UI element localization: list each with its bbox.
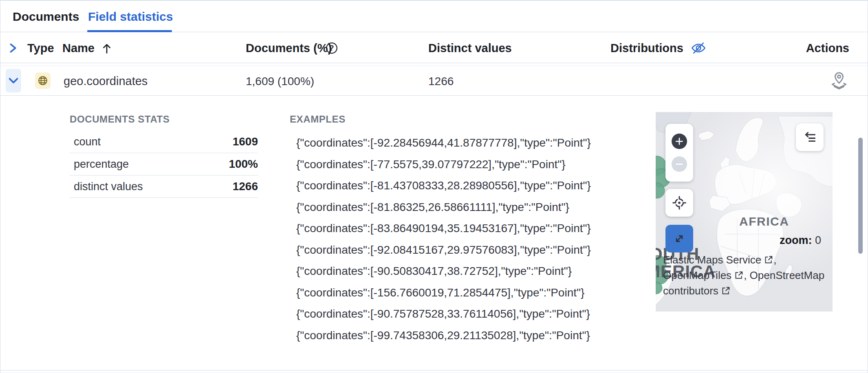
map-label-africa: AFRICA [739,215,789,228]
external-link-icon[interactable] [764,253,773,263]
vertical-scrollbar-thumb[interactable] [858,138,863,254]
example-value: {"coordinates":[-92.28456944,41.87877778… [296,132,591,154]
field-detail-panel: DOCUMENTS STATS count 1609 percentage 10… [0,96,868,371]
example-value: {"coordinates":[-90.75787528,33.76114056… [296,303,591,325]
examples-title: EXAMPLES [290,114,346,125]
field-documents-percent: 1,609 (100%) [246,75,314,88]
example-value: {"coordinates":[-81.43708333,28.28980556… [296,175,591,197]
example-value: {"coordinates":[-92.08415167,29.97576083… [296,239,591,261]
map-zoom-indicator: zoom: 0 [780,234,821,247]
stat-value: 1266 [233,180,258,193]
example-value: {"coordinates":[-156.7660019,71.2854475]… [296,282,591,304]
question-circle-icon[interactable]: ? [326,42,338,54]
tab-bar: Documents Field statistics [0,2,868,32]
stat-row-distinct-values: distinct values 1266 [70,176,258,198]
sort-ascending-arrow-icon [100,42,113,57]
example-value: {"coordinates":[-77.5575,39.07797222],"t… [296,154,591,176]
field-statistics-panel: Documents Field statistics Type Name Doc… [0,0,868,373]
zoom-value: 0 [815,234,821,246]
stat-value: 100% [229,158,258,171]
header-name[interactable]: Name [62,42,95,55]
geo-point-globe-icon [35,72,51,89]
svg-text:?: ? [330,44,334,52]
attribution-separator: , [744,269,749,281]
map-preview[interactable]: AFRICA OUTH MERICA zoom: 0 Elastic Maps … [656,112,833,312]
stat-label: distinct values [70,180,143,193]
attribution-separator: , [773,254,776,266]
documents-stats-title: DOCUMENTS STATS [70,114,170,125]
attribution-link-openmaptiles[interactable]: OpenMapTiles [663,269,731,281]
eye-slash-icon[interactable] [690,40,707,56]
example-value: {"coordinates":[-81.86325,26.58661111],"… [296,197,591,218]
map-pin-layers-icon[interactable] [830,71,848,91]
diagonal-expand-icon[interactable] [665,225,693,252]
field-name: geo.coordinates [64,75,148,88]
external-link-icon[interactable] [734,269,744,279]
header-type: Type [27,42,54,55]
header-actions: Actions [806,42,849,55]
minus-icon[interactable] [672,156,687,172]
plus-icon[interactable] [672,134,687,149]
external-link-icon[interactable] [721,284,731,294]
table-header: Type Name Documents (%) ? Distinct value… [0,32,868,63]
chevron-right-icon[interactable] [7,42,19,54]
map-zoom-controls [665,124,693,182]
table-row: geo.coordinates 1,609 (100%) 1266 [0,66,868,96]
crosshair-icon[interactable] [665,189,693,217]
stat-row-percentage: percentage 100% [70,153,258,176]
header-distributions: Distributions [610,42,683,55]
header-distinct-values: Distinct values [428,42,512,55]
examples-list: {"coordinates":[-92.28456944,41.87877778… [296,132,591,346]
stat-label: percentage [70,158,129,171]
chevron-down-icon[interactable] [6,69,21,92]
tab-field-statistics[interactable]: Field statistics [88,10,173,24]
attribution-link-elastic-maps-service[interactable]: Elastic Maps Service [663,254,761,266]
stat-label: count [70,136,101,148]
example-value: {"coordinates":[-90.50830417,38.72752],"… [296,261,591,282]
documents-stats-table: count 1609 percentage 100% distinct valu… [70,131,258,198]
map-attribution: Elastic Maps Service, OpenMapTiles, Open… [663,252,827,298]
example-value: {"coordinates":[-83.86490194,35.19453167… [296,218,591,239]
example-value: {"coordinates":[-99.74358306,29.21135028… [296,325,591,347]
stat-row-count: count 1609 [70,131,258,153]
tab-documents[interactable]: Documents [13,10,79,24]
zoom-label: zoom: [780,234,812,246]
header-documents: Documents (%) [246,42,332,55]
field-distinct-values: 1266 [428,75,454,88]
stat-value: 1609 [233,135,258,148]
collapse-left-icon[interactable] [796,123,824,151]
